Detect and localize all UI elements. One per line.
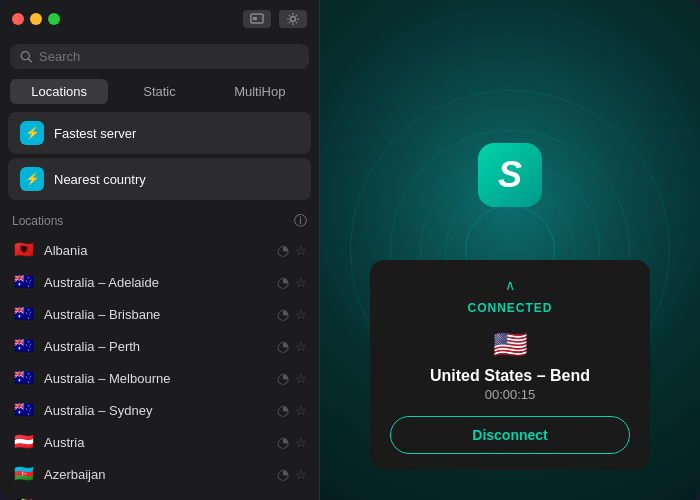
location-actions: ◔ ☆	[277, 370, 307, 386]
info-icon[interactable]: ⓘ	[294, 212, 307, 230]
flag-albania: 🇦🇱	[12, 242, 36, 258]
location-name-au-sydney: Australia – Sydney	[44, 403, 269, 418]
traffic-lights	[12, 13, 60, 25]
list-item[interactable]: 🇦🇿 Azerbaijan ◔ ☆	[4, 458, 315, 490]
fastest-server-button[interactable]: ⚡ Fastest server	[8, 112, 311, 154]
location-actions: ◔ ☆	[277, 338, 307, 354]
search-bar	[0, 38, 319, 75]
connected-flag: 🇺🇸	[390, 328, 630, 361]
tabs: Locations Static MultiHop	[0, 75, 319, 112]
location-list: 🇦🇱 Albania ◔ ☆ 🇦🇺 Australia – Adelaide ◔…	[0, 234, 319, 500]
flag-azerbaijan: 🇦🇿	[12, 466, 36, 482]
list-item[interactable]: 🇦🇺 Australia – Adelaide ◔ ☆	[4, 266, 315, 298]
svg-rect-1	[253, 17, 257, 20]
flag-au-sydney: 🇦🇺	[12, 402, 36, 418]
tab-locations[interactable]: Locations	[10, 79, 108, 104]
star-icon[interactable]: ☆	[295, 435, 307, 450]
star-icon[interactable]: ☆	[295, 243, 307, 258]
chevron-up-icon: ∧	[505, 277, 515, 293]
connected-card: ∧ CONNECTED 🇺🇸 United States – Bend 00:0…	[370, 260, 650, 470]
signal-icon: ◔	[277, 242, 289, 258]
list-item[interactable]: 🇦🇺 Australia – Perth ◔ ☆	[4, 330, 315, 362]
list-item[interactable]: 🇦🇱 Albania ◔ ☆	[4, 234, 315, 266]
special-buttons: ⚡ Fastest server ⚡ Nearest country	[0, 112, 319, 204]
logo-area: S	[478, 143, 542, 207]
star-icon[interactable]: ☆	[295, 467, 307, 482]
location-name-albania: Albania	[44, 243, 269, 258]
list-item[interactable]: 🇦🇺 Australia – Melbourne ◔ ☆	[4, 362, 315, 394]
signal-icon: ◔	[277, 434, 289, 450]
fastest-server-label: Fastest server	[54, 126, 136, 141]
svg-point-2	[291, 17, 296, 22]
nearest-country-button[interactable]: ⚡ Nearest country	[8, 158, 311, 200]
title-bar	[0, 0, 319, 38]
nearest-icon: ⚡	[20, 167, 44, 191]
minimize-button[interactable]	[30, 13, 42, 25]
location-actions: ◔ ☆	[277, 434, 307, 450]
settings-icon[interactable]	[279, 10, 307, 28]
connected-time: 00:00:15	[390, 387, 630, 402]
logo-letter: S	[498, 154, 522, 196]
signal-icon: ◔	[277, 338, 289, 354]
signal-icon: ◔	[277, 306, 289, 322]
locations-label: Locations	[12, 214, 63, 228]
signal-icon: ◔	[277, 402, 289, 418]
nearest-country-label: Nearest country	[54, 172, 146, 187]
location-name-au-adelaide: Australia – Adelaide	[44, 275, 269, 290]
signal-icon: ◔	[277, 274, 289, 290]
location-actions: ◔ ☆	[277, 466, 307, 482]
list-item[interactable]: 🇦🇺 Australia – Sydney ◔ ☆	[4, 394, 315, 426]
connected-badge: CONNECTED	[390, 298, 630, 316]
close-button[interactable]	[12, 13, 24, 25]
svg-line-4	[29, 59, 32, 62]
title-bar-icons	[243, 10, 307, 28]
search-icon	[20, 50, 33, 64]
window-icon-1[interactable]	[243, 10, 271, 28]
location-name-au-brisbane: Australia – Brisbane	[44, 307, 269, 322]
disconnect-button[interactable]: Disconnect	[390, 416, 630, 454]
location-actions: ◔ ☆	[277, 274, 307, 290]
location-actions: ◔ ☆	[277, 306, 307, 322]
star-icon[interactable]: ☆	[295, 403, 307, 418]
location-name-au-melbourne: Australia – Melbourne	[44, 371, 269, 386]
signal-icon: ◔	[277, 466, 289, 482]
signal-icon: ◔	[277, 370, 289, 386]
star-icon[interactable]: ☆	[295, 275, 307, 290]
flag-austria: 🇦🇹	[12, 434, 36, 450]
connected-chevron: ∧	[390, 276, 630, 294]
tab-static[interactable]: Static	[110, 79, 208, 104]
maximize-button[interactable]	[48, 13, 60, 25]
flag-au-brisbane: 🇦🇺	[12, 306, 36, 322]
logo-shape: S	[478, 143, 542, 207]
list-item[interactable]: 🇦🇺 Australia – Brisbane ◔ ☆	[4, 298, 315, 330]
search-input[interactable]	[39, 49, 299, 64]
star-icon[interactable]: ☆	[295, 371, 307, 386]
star-icon[interactable]: ☆	[295, 339, 307, 354]
search-input-wrap	[10, 44, 309, 69]
location-name-austria: Austria	[44, 435, 269, 450]
locations-header: Locations ⓘ	[0, 204, 319, 234]
connected-location: United States – Bend	[390, 367, 630, 385]
location-name-au-perth: Australia – Perth	[44, 339, 269, 354]
location-actions: ◔ ☆	[277, 242, 307, 258]
location-actions: ◔ ☆	[277, 402, 307, 418]
connected-status: CONNECTED	[467, 301, 552, 315]
right-panel: S ∧ CONNECTED 🇺🇸 United States – Bend 00…	[320, 0, 700, 500]
list-item[interactable]: 🇧🇪 Belgium ◔ ☆	[4, 490, 315, 500]
left-panel: Locations Static MultiHop ⚡ Fastest serv…	[0, 0, 320, 500]
fastest-icon: ⚡	[20, 121, 44, 145]
star-icon[interactable]: ☆	[295, 307, 307, 322]
flag-au-adelaide: 🇦🇺	[12, 274, 36, 290]
flag-au-perth: 🇦🇺	[12, 338, 36, 354]
flag-au-melbourne: 🇦🇺	[12, 370, 36, 386]
location-name-azerbaijan: Azerbaijan	[44, 467, 269, 482]
list-item[interactable]: 🇦🇹 Austria ◔ ☆	[4, 426, 315, 458]
tab-multihop[interactable]: MultiHop	[211, 79, 309, 104]
